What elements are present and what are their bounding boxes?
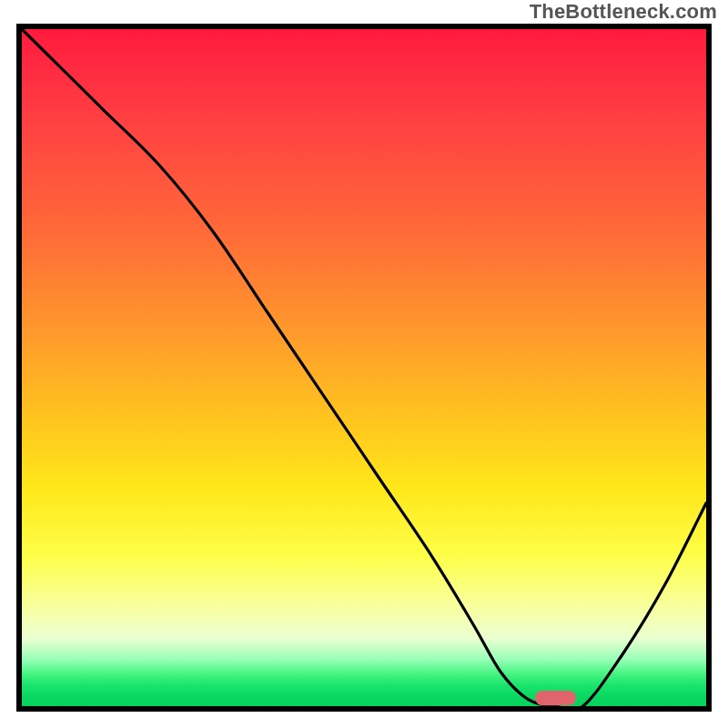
optimal-range-marker xyxy=(535,691,576,705)
plot-area xyxy=(16,24,712,712)
watermark-text: TheBottleneck.com xyxy=(530,0,717,24)
curve-overlay xyxy=(22,29,706,706)
chart-frame: TheBottleneck.com xyxy=(0,0,728,728)
bottleneck-curve xyxy=(22,29,706,706)
